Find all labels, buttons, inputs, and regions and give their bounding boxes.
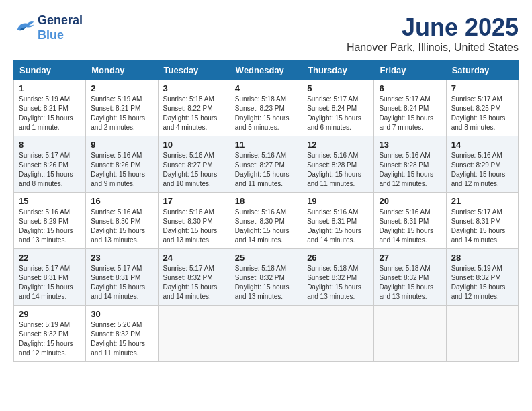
calendar-cell: 13Sunrise: 5:16 AM Sunset: 8:28 PM Dayli…: [374, 136, 446, 193]
calendar-cell: 4Sunrise: 5:18 AM Sunset: 8:23 PM Daylig…: [230, 80, 302, 136]
calendar-cell: 15Sunrise: 5:16 AM Sunset: 8:29 PM Dayli…: [14, 193, 86, 249]
calendar-cell: [446, 306, 518, 362]
calendar-cell: [374, 306, 446, 362]
day-number: 23: [91, 253, 152, 263]
calendar-cell: 25Sunrise: 5:18 AM Sunset: 8:32 PM Dayli…: [230, 249, 302, 306]
calendar-cell: [158, 306, 230, 362]
day-info: Sunrise: 5:16 AM Sunset: 8:29 PM Dayligh…: [451, 151, 513, 189]
calendar-cell: 10Sunrise: 5:16 AM Sunset: 8:27 PM Dayli…: [158, 136, 230, 193]
calendar-cell: 19Sunrise: 5:16 AM Sunset: 8:31 PM Dayli…: [302, 193, 374, 249]
calendar-cell: 22Sunrise: 5:17 AM Sunset: 8:31 PM Dayli…: [14, 249, 86, 306]
day-number: 28: [451, 253, 513, 263]
calendar-header-row: SundayMondayTuesdayWednesdayThursdayFrid…: [14, 61, 519, 80]
calendar-cell: 7Sunrise: 5:17 AM Sunset: 8:25 PM Daylig…: [446, 80, 518, 136]
calendar-cell: 21Sunrise: 5:17 AM Sunset: 8:31 PM Dayli…: [446, 193, 518, 249]
calendar-cell: 26Sunrise: 5:18 AM Sunset: 8:32 PM Dayli…: [302, 249, 374, 306]
day-info: Sunrise: 5:19 AM Sunset: 8:21 PM Dayligh…: [19, 95, 81, 132]
calendar-cell: 16Sunrise: 5:16 AM Sunset: 8:30 PM Dayli…: [86, 193, 158, 249]
day-info: Sunrise: 5:16 AM Sunset: 8:30 PM Dayligh…: [235, 208, 297, 245]
calendar-cell: 11Sunrise: 5:16 AM Sunset: 8:27 PM Dayli…: [230, 136, 302, 193]
calendar-header-monday: Monday: [86, 61, 158, 80]
day-number: 1: [19, 83, 81, 93]
day-info: Sunrise: 5:17 AM Sunset: 8:26 PM Dayligh…: [19, 151, 81, 189]
day-number: 30: [91, 309, 152, 319]
logo-line1: General: [38, 13, 83, 28]
day-number: 15: [19, 196, 81, 206]
page-header: General Blue June 2025 Hanover Park, Ill…: [13, 13, 519, 54]
day-info: Sunrise: 5:20 AM Sunset: 8:32 PM Dayligh…: [91, 320, 152, 358]
day-info: Sunrise: 5:16 AM Sunset: 8:26 PM Dayligh…: [91, 151, 152, 189]
calendar-cell: 23Sunrise: 5:17 AM Sunset: 8:31 PM Dayli…: [86, 249, 158, 306]
calendar-cell: 18Sunrise: 5:16 AM Sunset: 8:30 PM Dayli…: [230, 193, 302, 249]
day-number: 26: [307, 253, 369, 263]
day-info: Sunrise: 5:16 AM Sunset: 8:28 PM Dayligh…: [307, 151, 369, 189]
day-number: 6: [379, 83, 441, 93]
day-info: Sunrise: 5:19 AM Sunset: 8:32 PM Dayligh…: [19, 320, 81, 358]
calendar-header-friday: Friday: [374, 61, 446, 80]
day-number: 5: [307, 83, 369, 93]
day-number: 21: [451, 196, 513, 206]
day-number: 8: [19, 140, 81, 150]
calendar-week-row: 29Sunrise: 5:19 AM Sunset: 8:32 PM Dayli…: [14, 306, 519, 362]
day-info: Sunrise: 5:19 AM Sunset: 8:21 PM Dayligh…: [91, 95, 152, 132]
calendar-week-row: 22Sunrise: 5:17 AM Sunset: 8:31 PM Dayli…: [14, 249, 519, 306]
day-info: Sunrise: 5:17 AM Sunset: 8:24 PM Dayligh…: [379, 95, 441, 132]
day-number: 27: [379, 253, 441, 263]
calendar-header-sunday: Sunday: [14, 61, 86, 80]
calendar-table: SundayMondayTuesdayWednesdayThursdayFrid…: [13, 60, 519, 362]
day-info: Sunrise: 5:16 AM Sunset: 8:28 PM Dayligh…: [379, 151, 441, 189]
day-info: Sunrise: 5:19 AM Sunset: 8:32 PM Dayligh…: [451, 264, 513, 302]
day-info: Sunrise: 5:16 AM Sunset: 8:31 PM Dayligh…: [307, 208, 369, 245]
day-number: 7: [451, 83, 513, 93]
calendar-cell: 1Sunrise: 5:19 AM Sunset: 8:21 PM Daylig…: [14, 80, 86, 136]
calendar-cell: 17Sunrise: 5:16 AM Sunset: 8:30 PM Dayli…: [158, 193, 230, 249]
calendar-cell: 28Sunrise: 5:19 AM Sunset: 8:32 PM Dayli…: [446, 249, 518, 306]
day-number: 9: [91, 140, 152, 150]
day-number: 17: [163, 196, 225, 206]
day-info: Sunrise: 5:17 AM Sunset: 8:31 PM Dayligh…: [91, 264, 152, 302]
day-info: Sunrise: 5:18 AM Sunset: 8:32 PM Dayligh…: [235, 264, 297, 302]
day-number: 16: [91, 196, 152, 206]
day-info: Sunrise: 5:18 AM Sunset: 8:22 PM Dayligh…: [163, 95, 225, 132]
calendar-cell: [302, 306, 374, 362]
day-number: 25: [235, 253, 297, 263]
calendar-cell: 20Sunrise: 5:16 AM Sunset: 8:31 PM Dayli…: [374, 193, 446, 249]
calendar-header-tuesday: Tuesday: [158, 61, 230, 80]
day-info: Sunrise: 5:18 AM Sunset: 8:32 PM Dayligh…: [307, 264, 369, 302]
calendar-cell: 6Sunrise: 5:17 AM Sunset: 8:24 PM Daylig…: [374, 80, 446, 136]
calendar-cell: 27Sunrise: 5:18 AM Sunset: 8:32 PM Dayli…: [374, 249, 446, 306]
day-info: Sunrise: 5:16 AM Sunset: 8:27 PM Dayligh…: [235, 151, 297, 189]
calendar-header-wednesday: Wednesday: [230, 61, 302, 80]
title-area: June 2025 Hanover Park, Illinois, United…: [347, 13, 519, 54]
logo: General Blue: [13, 13, 83, 42]
day-info: Sunrise: 5:17 AM Sunset: 8:24 PM Dayligh…: [307, 95, 369, 132]
day-number: 19: [307, 196, 369, 206]
day-number: 11: [235, 140, 297, 150]
calendar-cell: 8Sunrise: 5:17 AM Sunset: 8:26 PM Daylig…: [14, 136, 86, 193]
day-info: Sunrise: 5:18 AM Sunset: 8:32 PM Dayligh…: [379, 264, 441, 302]
calendar-cell: 14Sunrise: 5:16 AM Sunset: 8:29 PM Dayli…: [446, 136, 518, 193]
day-number: 29: [19, 309, 81, 319]
location-title: Hanover Park, Illinois, United States: [347, 42, 519, 54]
calendar-cell: 24Sunrise: 5:17 AM Sunset: 8:32 PM Dayli…: [158, 249, 230, 306]
day-info: Sunrise: 5:16 AM Sunset: 8:31 PM Dayligh…: [379, 208, 441, 245]
day-info: Sunrise: 5:16 AM Sunset: 8:30 PM Dayligh…: [91, 208, 152, 245]
calendar-cell: 12Sunrise: 5:16 AM Sunset: 8:28 PM Dayli…: [302, 136, 374, 193]
calendar-cell: 5Sunrise: 5:17 AM Sunset: 8:24 PM Daylig…: [302, 80, 374, 136]
calendar-cell: 29Sunrise: 5:19 AM Sunset: 8:32 PM Dayli…: [14, 306, 86, 362]
day-number: 4: [235, 83, 297, 93]
calendar-header-saturday: Saturday: [446, 61, 518, 80]
calendar-week-row: 15Sunrise: 5:16 AM Sunset: 8:29 PM Dayli…: [14, 193, 519, 249]
calendar-cell: 9Sunrise: 5:16 AM Sunset: 8:26 PM Daylig…: [86, 136, 158, 193]
day-info: Sunrise: 5:16 AM Sunset: 8:30 PM Dayligh…: [163, 208, 225, 245]
day-info: Sunrise: 5:16 AM Sunset: 8:29 PM Dayligh…: [19, 208, 81, 245]
calendar-cell: 3Sunrise: 5:18 AM Sunset: 8:22 PM Daylig…: [158, 80, 230, 136]
calendar-cell: 30Sunrise: 5:20 AM Sunset: 8:32 PM Dayli…: [86, 306, 158, 362]
logo-line2: Blue: [38, 28, 83, 43]
month-title: June 2025: [347, 13, 519, 42]
calendar-cell: [230, 306, 302, 362]
day-number: 18: [235, 196, 297, 206]
day-info: Sunrise: 5:17 AM Sunset: 8:31 PM Dayligh…: [451, 208, 513, 245]
calendar-header-thursday: Thursday: [302, 61, 374, 80]
day-number: 12: [307, 140, 369, 150]
